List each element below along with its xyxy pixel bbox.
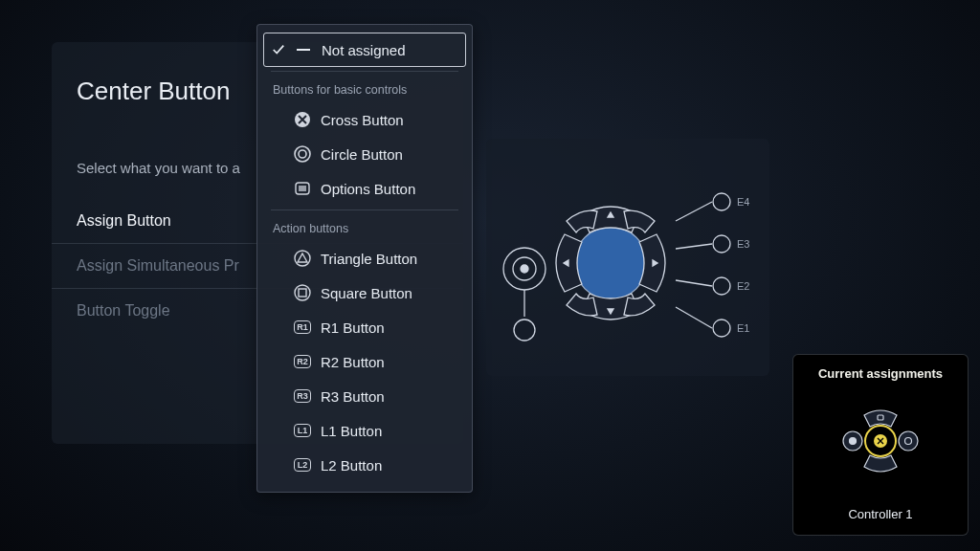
section-basic-controls: Buttons for basic controls: [257, 76, 472, 102]
menu-label: Assign Simultaneous Pr: [77, 257, 239, 274]
svg-point-1: [295, 146, 310, 162]
l1-icon: L1: [294, 422, 311, 439]
r3-icon: R3: [294, 387, 311, 405]
circle-icon: [294, 145, 311, 163]
assignments-title: Current assignments: [818, 366, 943, 381]
check-icon: [272, 43, 285, 56]
divider: [271, 209, 458, 210]
triangle-icon: [294, 250, 311, 267]
controller-label: Controller 1: [848, 507, 912, 521]
svg-line-22: [676, 307, 712, 328]
svg-point-8: [295, 285, 310, 300]
option-r1-button[interactable]: R1 R1 Button: [257, 310, 472, 344]
option-l2-button[interactable]: L2 L2 Button: [257, 448, 472, 482]
l2-icon: L2: [294, 456, 311, 474]
controller-diagram: E4 E3 E2 E1: [486, 139, 769, 376]
button-assignment-dropdown: Not assigned Buttons for basic controls …: [256, 24, 473, 493]
option-label: Cross Button: [321, 112, 457, 128]
svg-point-17: [713, 193, 730, 210]
expansion-label-e3: E3: [737, 238, 749, 250]
cross-icon: [294, 111, 311, 128]
option-label: L2 Button: [321, 457, 457, 474]
svg-point-29: [850, 438, 857, 445]
expansion-label-e1: E1: [737, 322, 749, 334]
svg-point-19: [713, 235, 730, 253]
square-icon: [294, 284, 311, 301]
svg-rect-9: [299, 289, 306, 297]
dash-icon: [295, 41, 312, 58]
svg-line-18: [676, 244, 712, 249]
option-label: Not assigned: [322, 42, 456, 58]
svg-point-13: [521, 265, 528, 273]
option-l1-button[interactable]: L1 L1 Button: [257, 413, 472, 448]
svg-point-21: [713, 277, 730, 295]
svg-point-23: [713, 320, 730, 337]
option-triangle-button[interactable]: Triangle Button: [257, 241, 472, 276]
expansion-label-e4: E4: [737, 196, 749, 208]
option-cross-button[interactable]: Cross Button: [257, 102, 472, 137]
assignments-icon: [828, 388, 933, 494]
svg-point-2: [299, 150, 306, 158]
svg-point-10: [574, 227, 647, 299]
options-icon: [294, 180, 311, 197]
option-label: Square Button: [321, 285, 457, 301]
option-r3-button[interactable]: R3 R3 Button: [257, 379, 472, 413]
option-label: L1 Button: [321, 423, 457, 439]
option-square-button[interactable]: Square Button: [257, 276, 472, 310]
option-r2-button[interactable]: R2 R2 Button: [257, 344, 472, 379]
option-not-assigned[interactable]: Not assigned: [263, 33, 466, 67]
option-label: Circle Button: [321, 146, 457, 163]
option-options-button[interactable]: Options Button: [257, 171, 472, 206]
svg-point-27: [899, 431, 918, 451]
menu-label: Assign Button: [77, 212, 171, 229]
section-action-buttons: Action buttons: [257, 214, 472, 241]
expansion-label-e2: E2: [737, 280, 749, 292]
option-circle-button[interactable]: Circle Button: [257, 137, 472, 171]
svg-line-16: [676, 202, 712, 221]
option-label: Triangle Button: [321, 251, 457, 267]
divider: [271, 71, 458, 72]
r1-icon: R1: [294, 319, 311, 336]
option-label: Options Button: [321, 181, 457, 197]
svg-point-15: [514, 320, 535, 341]
option-label: R1 Button: [321, 320, 457, 336]
current-assignments-card: Current assignments Controller 1: [792, 354, 969, 536]
option-label: R3 Button: [321, 388, 457, 405]
svg-line-20: [676, 280, 712, 286]
r2-icon: R2: [294, 353, 311, 370]
option-label: R2 Button: [321, 354, 457, 370]
menu-label: Button Toggle: [77, 302, 170, 319]
